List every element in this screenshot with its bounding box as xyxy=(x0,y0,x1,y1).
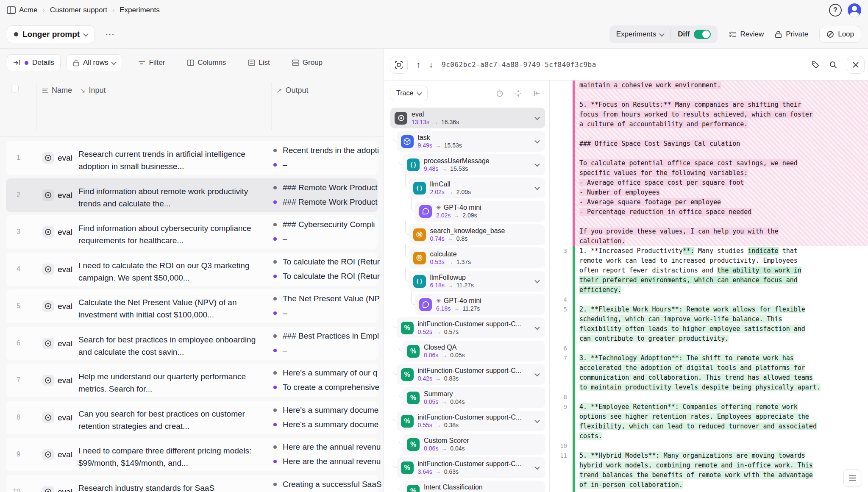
diff-line: specific values for the following variab… xyxy=(550,168,868,178)
table-row[interactable]: 6 eval Search for best practices in empl… xyxy=(6,327,378,360)
diff-toggle[interactable] xyxy=(694,30,711,39)
view-selector[interactable]: Experiments xyxy=(609,25,670,43)
review-button[interactable]: Review xyxy=(729,30,764,39)
diff-line-content: - Average square footage per employee xyxy=(573,197,868,207)
search-icon[interactable] xyxy=(829,61,837,69)
output-text: Here's a summary docume xyxy=(283,406,378,415)
table-row[interactable]: 7 eval Help me understand our quarterly … xyxy=(6,364,378,397)
diff-line: flexibility often leads to higher employ… xyxy=(550,324,868,334)
close-panel-button[interactable] xyxy=(847,56,865,74)
output-value: Here's a summary of our q xyxy=(273,368,384,378)
table-row[interactable]: 9 eval I need to compare three different… xyxy=(6,438,378,471)
align-left-icon xyxy=(42,88,48,93)
trace-node[interactable]: % initFunction-Customer support-C... 3.6… xyxy=(397,457,545,478)
trace-node[interactable]: search_knowledge_base 0.74s → 0.8s xyxy=(409,224,545,245)
columns-button[interactable]: Columns xyxy=(183,58,230,67)
table-row[interactable]: 4 eval I need to calculate the ROI on ou… xyxy=(6,253,378,286)
trace-node[interactable]: () processUserMessage 9.48s → 15.53s xyxy=(403,154,545,175)
column-header-name[interactable]: Name xyxy=(42,86,72,95)
select-all-checkbox[interactable] xyxy=(11,85,19,92)
trace-view-selector[interactable]: Trace xyxy=(390,86,428,101)
diff-line-content: their preferred environments, which can … xyxy=(573,275,868,285)
trace-node[interactable]: () llmFollowup 6.18s → 11.27s xyxy=(409,271,545,292)
filter-button[interactable]: Filter xyxy=(134,58,169,67)
trace-node[interactable]: calculate 0.53s → 1.37s xyxy=(409,247,545,268)
output-text: To calculate the ROI (Retur xyxy=(283,272,380,281)
trace-node[interactable]: % Custom Scorer 0.06s → 0.04s xyxy=(403,434,545,455)
trace-node[interactable]: ✳GPT-4o mini 2.02s → 2.09s xyxy=(415,201,545,222)
chevron-down-icon[interactable] xyxy=(534,185,540,190)
row-input: Help me understand our quarterly perform… xyxy=(78,370,262,396)
diff-line-content: 2. **Flexible Work Hours**: Remote work … xyxy=(573,305,868,314)
duration-current: 9.48s xyxy=(424,165,438,172)
list-button[interactable]: List xyxy=(244,58,274,67)
table-row[interactable]: 2 eval Find information about remote wor… xyxy=(6,178,378,212)
trace-node-name: initFunction-Customer support-C... xyxy=(418,414,522,421)
trace-node-name: task xyxy=(418,134,462,142)
collapse-left-icon[interactable] xyxy=(533,89,541,97)
chevron-down-icon[interactable] xyxy=(534,138,540,144)
breadcrumb-item[interactable]: Customer support xyxy=(50,6,107,14)
trace-node[interactable]: % initFunction-Customer support-C... 0.5… xyxy=(397,317,545,338)
chevron-down-icon[interactable] xyxy=(534,115,540,120)
breadcrumb-item[interactable]: Experiments xyxy=(120,6,159,14)
row-number: 7 xyxy=(8,376,20,384)
avatar[interactable] xyxy=(848,3,861,17)
column-header-input[interactable]: ↘ Input xyxy=(80,86,106,95)
trace-node-durations: 6.18s → 11.27s xyxy=(430,282,474,289)
breadcrumb-item[interactable]: Acme xyxy=(19,6,37,14)
experiment-selector[interactable]: Longer prompt xyxy=(7,25,95,43)
row-output: Recent trends in the adopti– xyxy=(273,141,384,175)
table-row[interactable]: 5 eval Calculate the Net Present Value (… xyxy=(6,289,378,323)
column-header-output[interactable]: ↗ Output xyxy=(276,86,308,95)
row-number: 2 xyxy=(8,191,20,199)
output-value: Here are the annual revenu xyxy=(273,457,384,466)
chevron-down-icon[interactable] xyxy=(534,418,540,423)
outline-toggle-button[interactable] xyxy=(843,469,861,487)
chevron-down-icon[interactable] xyxy=(534,161,540,167)
row-output: ### Cybersecurity Compli– xyxy=(273,215,384,249)
rows-filter-button[interactable]: All rows xyxy=(67,54,122,71)
table-row[interactable]: 1 eval Research current trends in artifi… xyxy=(6,141,378,175)
output-text: Here are the annual revenu xyxy=(283,442,381,452)
more-options-button[interactable]: ⋯ xyxy=(102,27,119,42)
diff-line: 6 xyxy=(550,344,868,353)
trace-node[interactable]: % Intent Classification 0.13s → 0.08s xyxy=(403,481,545,492)
trace-node[interactable]: % initFunction-Customer support-C... 0.5… xyxy=(397,411,545,431)
line-number xyxy=(550,256,573,266)
row-name: eval xyxy=(58,228,72,237)
diff-line-content: a culture of accountability and performa… xyxy=(573,120,868,129)
table-row[interactable]: 10 eval Research industry standards for … xyxy=(6,475,378,492)
arrow-right-icon: → xyxy=(432,119,438,125)
trace-node[interactable]: % Summary 0.05s → 0.04s xyxy=(403,387,545,408)
tag-icon[interactable] xyxy=(811,61,820,69)
trace-node[interactable]: task 9.49s → 15.53s xyxy=(397,131,545,152)
trace-node[interactable]: ✳GPT-4o mini 6.18s → 11.27s xyxy=(415,294,545,315)
trace-node[interactable]: () llmCall 2.02s → 2.09s xyxy=(409,178,545,198)
next-row-button[interactable]: ↓ xyxy=(429,60,433,69)
details-button[interactable]: Details xyxy=(7,54,61,71)
diff-line: their preferred environments, which can … xyxy=(550,275,868,285)
collapse-vertical-icon[interactable] xyxy=(515,89,522,97)
trace-node[interactable]: % Closed QA 0.06s → 0.05s xyxy=(403,341,545,361)
output-value: Recent trends in the adopti xyxy=(273,146,384,155)
timing-icon[interactable] xyxy=(496,89,504,97)
chevron-down-icon[interactable] xyxy=(534,371,540,377)
previous-row-button[interactable]: ↑ xyxy=(416,60,420,69)
table-row[interactable]: 8 eval Can you search for best practices… xyxy=(6,401,378,434)
help-icon[interactable]: ? xyxy=(829,4,842,17)
group-button[interactable]: Group xyxy=(288,58,327,67)
sidebar-toggle-icon[interactable] xyxy=(7,6,16,14)
chevron-down-icon[interactable] xyxy=(534,325,540,330)
private-button[interactable]: Private xyxy=(775,30,808,39)
row-number: 1 xyxy=(8,154,20,161)
table-row[interactable]: 3 eval Find information about cybersecur… xyxy=(6,215,378,249)
column-output-label: Output xyxy=(285,86,308,95)
loop-button[interactable]: Loop xyxy=(819,26,861,43)
trace-node[interactable]: % initFunction-Customer support-C... 0.4… xyxy=(397,364,545,385)
trace-node[interactable]: eval 13.13s → 16.36s xyxy=(390,108,545,128)
chevron-down-icon[interactable] xyxy=(534,278,540,284)
expand-panel-button[interactable] xyxy=(390,56,408,74)
row-input: Find information about remote work produ… xyxy=(78,185,262,211)
chevron-down-icon[interactable] xyxy=(534,464,540,470)
